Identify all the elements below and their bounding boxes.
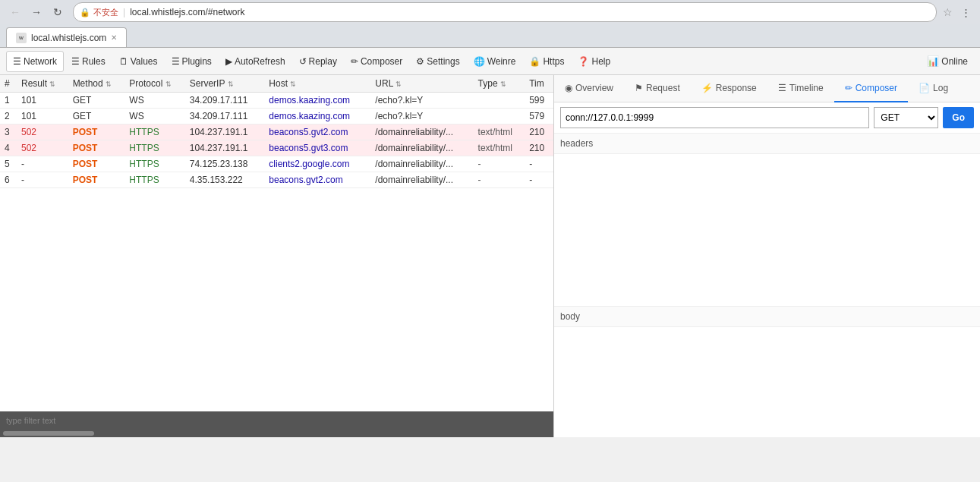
col-host[interactable]: Host ⇅ <box>264 75 370 93</box>
tab-overview[interactable]: ◉ Overview <box>554 75 624 102</box>
cell-result: 101 <box>17 93 68 109</box>
close-tab-icon[interactable]: ✕ <box>111 33 117 42</box>
cell-time: - <box>525 172 553 188</box>
autorefresh-button[interactable]: ▶ AutoRefresh <box>219 51 291 72</box>
cell-num: 6 <box>0 172 17 188</box>
cell-host: beacons5.gvt3.com <box>264 140 370 156</box>
col-serverip[interactable]: ServerIP ⇅ <box>185 75 265 93</box>
col-type[interactable]: Type ⇅ <box>474 75 525 93</box>
table-row[interactable]: 6 - POST HTTPS 4.35.153.222 beacons.gvt2… <box>0 172 553 188</box>
col-url[interactable]: URL ⇅ <box>370 75 473 93</box>
cell-result: 502 <box>17 140 68 156</box>
tab-response[interactable]: ⚡ Response <box>691 75 767 102</box>
cell-method: POST <box>68 156 125 172</box>
cell-method: GET <box>68 93 125 109</box>
table-row[interactable]: 3 502 POST HTTPS 104.237.191.1 beacons5.… <box>0 124 553 140</box>
https-button[interactable]: 🔒 Https <box>523 51 570 72</box>
col-result[interactable]: Result ⇅ <box>17 75 68 93</box>
cell-host: demos.kaazing.com <box>264 93 370 109</box>
method-select[interactable]: GET POST PUT DELETE PATCH HEAD OPTIONS <box>874 107 938 128</box>
refresh-button[interactable]: ↻ <box>49 3 67 21</box>
col-method[interactable]: Method ⇅ <box>68 75 125 93</box>
help-button[interactable]: ❓ Help <box>572 51 616 72</box>
browser-tab[interactable]: w local.whistlejs.com ✕ <box>6 27 127 47</box>
replay-icon: ↺ <box>299 56 307 67</box>
composer-url-row: GET POST PUT DELETE PATCH HEAD OPTIONS G… <box>554 102 980 134</box>
rules-button[interactable]: ☰ Rules <box>65 51 112 72</box>
cell-num: 2 <box>0 109 17 124</box>
security-icon: 🔒 <box>80 8 90 17</box>
cell-serverip: 104.237.191.1 <box>185 140 265 156</box>
cell-host: demos.kaazing.com <box>264 109 370 124</box>
cell-result: - <box>17 172 68 188</box>
forward-button[interactable]: → <box>27 3 46 21</box>
values-button[interactable]: 🗒 Values <box>113 51 164 72</box>
overview-icon: ◉ <box>565 83 572 93</box>
cell-num: 5 <box>0 156 17 172</box>
horizontal-scrollbar[interactable] <box>0 430 553 437</box>
settings-button[interactable]: ⚙ Settings <box>410 51 465 72</box>
network-icon: ☰ <box>13 56 21 67</box>
cell-type: text/html <box>474 140 525 156</box>
cell-host: beacons.gvt2.com <box>264 172 370 188</box>
bookmark-icon[interactable]: ☆ <box>943 6 953 18</box>
tab-timeline[interactable]: ☰ Timeline <box>767 75 834 102</box>
detail-tabs: ◉ Overview ⚑ Request ⚡ Response ☰ Timeli… <box>554 75 980 102</box>
cell-method: GET <box>68 109 125 124</box>
tab-log[interactable]: 📄 Log <box>908 75 959 102</box>
cell-type <box>474 93 525 109</box>
cell-method: POST <box>68 124 125 140</box>
cell-time: 210 <box>525 124 553 140</box>
weinre-icon: 🌐 <box>474 56 485 67</box>
cell-protocol: HTTPS <box>124 124 184 140</box>
composer-button[interactable]: ✏ Composer <box>345 51 408 72</box>
tab-request[interactable]: ⚑ Request <box>624 75 691 102</box>
cell-type <box>474 109 525 124</box>
cell-method: POST <box>68 172 125 188</box>
tab-composer[interactable]: ✏ Composer <box>834 75 908 102</box>
replay-button[interactable]: ↺ Replay <box>293 51 343 72</box>
col-protocol[interactable]: Protocol ⇅ <box>124 75 184 93</box>
plugins-icon: ☰ <box>172 56 180 67</box>
table-row[interactable]: 5 - POST HTTPS 74.125.23.138 clients2.go… <box>0 156 553 172</box>
cell-time: 210 <box>525 140 553 156</box>
filter-input[interactable] <box>6 416 158 425</box>
cell-result: - <box>17 156 68 172</box>
address-bar-input[interactable] <box>130 7 930 17</box>
composer-icon: ✏ <box>351 56 358 67</box>
back-button[interactable]: ← <box>6 3 24 21</box>
tab-title: local.whistlejs.com <box>31 33 106 43</box>
headers-section-label: headers <box>554 134 980 154</box>
cell-type: text/html <box>474 124 525 140</box>
col-num[interactable]: # <box>0 75 17 93</box>
security-label: 不安全 <box>93 7 118 18</box>
log-icon: 📄 <box>919 83 930 93</box>
cell-host: beacons5.gvt2.com <box>264 124 370 140</box>
cell-serverip: 34.209.17.111 <box>185 109 265 124</box>
cell-type: - <box>474 156 525 172</box>
cell-protocol: WS <box>124 109 184 124</box>
timeline-icon: ☰ <box>778 83 786 93</box>
request-icon: ⚑ <box>635 83 643 93</box>
network-button[interactable]: ☰ Network <box>6 51 64 72</box>
cell-url: /domainreliability/... <box>370 124 473 140</box>
composer-url-input[interactable] <box>560 107 869 128</box>
col-time[interactable]: Tim <box>525 75 553 93</box>
cell-protocol: HTTPS <box>124 156 184 172</box>
scroll-thumb[interactable] <box>3 431 94 436</box>
online-status: 📊 Online <box>921 54 974 68</box>
cell-protocol: HTTPS <box>124 172 184 188</box>
table-row[interactable]: 1 101 GET WS 34.209.17.111 demos.kaazing… <box>0 93 553 109</box>
body-section-label: body <box>554 306 980 327</box>
cell-method: POST <box>68 140 125 156</box>
table-header: # Result ⇅ Method ⇅ Protocol ⇅ ServerIP … <box>0 75 553 93</box>
cell-serverip: 104.237.191.1 <box>185 124 265 140</box>
browser-menu-button[interactable]: ⋮ <box>957 4 974 20</box>
cell-num: 4 <box>0 140 17 156</box>
plugins-button[interactable]: ☰ Plugins <box>165 51 218 72</box>
cell-num: 3 <box>0 124 17 140</box>
table-row[interactable]: 4 502 POST HTTPS 104.237.191.1 beacons5.… <box>0 140 553 156</box>
weinre-button[interactable]: 🌐 Weinre <box>468 51 522 72</box>
table-row[interactable]: 2 101 GET WS 34.209.17.111 demos.kaazing… <box>0 109 553 124</box>
go-button[interactable]: Go <box>943 107 974 128</box>
